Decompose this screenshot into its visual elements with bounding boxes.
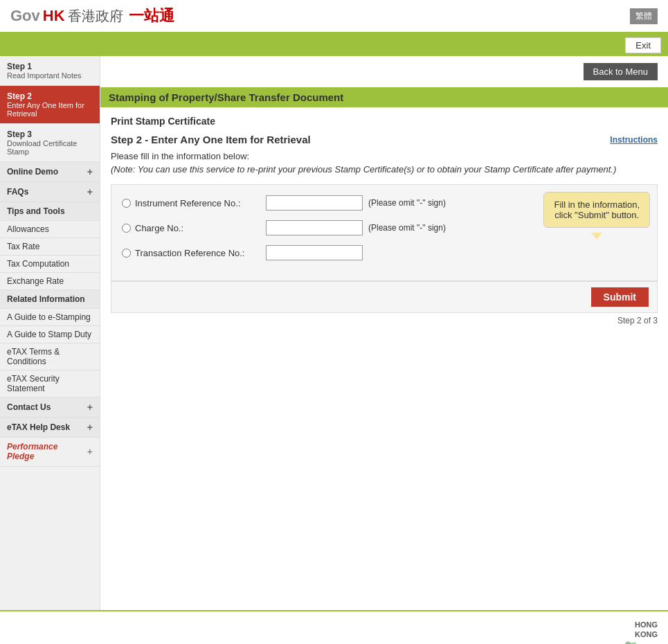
hk-text: HONG KONG [602, 620, 658, 640]
contact-us-expand-icon: + [87, 402, 93, 413]
step3-title: Step 3 [7, 129, 93, 139]
etax-help-desk-label: eTAX Help Desk [7, 422, 70, 432]
transaction-label: Transaction Reference No.: [122, 248, 260, 258]
page-title-bar: Stamping of Property/Share Transfer Docu… [100, 87, 668, 107]
sidebar-step1[interactable]: Step 1 Read Important Notes [0, 56, 100, 86]
logo-chinese: 香港政府 [68, 7, 123, 26]
content-area: Print Stamp Certificate Step 2 - Enter A… [100, 107, 668, 337]
sidebar-exchange-rate[interactable]: Exchange Rate [0, 273, 100, 290]
back-to-menu-button[interactable]: Back to Menu [584, 63, 658, 80]
traditional-chinese-button[interactable]: 繁體 [630, 8, 658, 24]
charge-hint: (Please omit "-" sign) [368, 223, 446, 233]
charge-label: Charge No.: [122, 223, 260, 233]
charge-radio[interactable] [122, 224, 131, 233]
step-counter: Step 2 of 3 [111, 313, 658, 328]
transaction-input[interactable] [266, 245, 363, 260]
print-cert-title: Print Stamp Certificate [111, 116, 658, 127]
sidebar-tax-rate[interactable]: Tax Rate [0, 238, 100, 256]
transaction-row: Transaction Reference No.: [122, 245, 647, 260]
main-header: Back to Menu [100, 56, 668, 87]
step2-title: Step 2 [7, 91, 93, 101]
step2-heading-row: Step 2 - Enter Any One Item for Retrieva… [111, 134, 658, 145]
etax-help-desk-expand-icon: + [87, 422, 93, 433]
logo-gov: Gov [10, 7, 40, 25]
step2-desc: Enter Any One Item for Retrieval [7, 101, 93, 118]
sidebar-tips-tools[interactable]: Tips and Tools [0, 202, 100, 221]
fill-info-text: Please fill in the information below: [111, 151, 658, 161]
hk-brand: HONG KONG [602, 620, 658, 644]
logo-hk: HK [43, 7, 65, 25]
sidebar-faqs[interactable]: FAQs + [0, 182, 100, 202]
step2-heading-text: Step 2 - Enter Any One Item for Retrieva… [111, 134, 311, 145]
bottom-bar: Submit [111, 281, 658, 313]
sidebar-etax-security[interactable]: eTAX Security Statement [0, 370, 100, 397]
sidebar-tax-computation[interactable]: Tax Computation [0, 256, 100, 273]
top-nav-bar: Exit [0, 34, 668, 56]
charge-input[interactable] [266, 220, 363, 235]
sidebar-online-demo[interactable]: Online Demo + [0, 162, 100, 182]
header: GovHK 香港政府 一站通 繁體 [0, 0, 668, 34]
instrument-label: Instrument Reference No.: [122, 198, 260, 208]
sidebar-allowances[interactable]: Allowances [0, 221, 100, 238]
submit-button[interactable]: Submit [591, 287, 649, 307]
sidebar-step2[interactable]: Step 2 Enter Any One Item for Retrieval [0, 86, 100, 124]
performance-pledge-text: Performance Pledge [7, 442, 57, 462]
instructions-link[interactable]: Instructions [610, 135, 658, 145]
sidebar-guide-stamp-duty[interactable]: A Guide to Stamp Duty [0, 326, 100, 343]
logo: GovHK 香港政府 一站通 [10, 6, 174, 26]
online-demo-label: Online Demo [7, 167, 58, 177]
sidebar-related-info: Related Information [0, 290, 100, 309]
contact-us-label: Contact Us [7, 402, 51, 412]
sidebar-etax-help-desk[interactable]: eTAX Help Desk + [0, 418, 100, 438]
exit-button[interactable]: Exit [625, 37, 661, 53]
form-area: Instrument Reference No.: (Please omit "… [111, 184, 658, 281]
performance-pledge-expand-icon: + [87, 446, 93, 457]
faqs-label: FAQs [7, 187, 28, 197]
main-layout: Step 1 Read Important Notes Step 2 Enter… [0, 56, 668, 610]
faqs-expand-icon: + [87, 186, 93, 197]
sidebar-etax-terms[interactable]: eTAX Terms & Conditions [0, 343, 100, 370]
sidebar-contact-us[interactable]: Contact Us + [0, 397, 100, 418]
tips-tools-label: Tips and Tools [7, 206, 65, 216]
logo-slogan: 一站通 [129, 6, 174, 26]
instrument-hint: (Please omit "-" sign) [368, 198, 446, 208]
tooltip-bubble: Fill in the information, click "Submit" … [543, 192, 650, 228]
transaction-radio[interactable] [122, 249, 131, 258]
sidebar-performance-pledge[interactable]: Performance Pledge + [0, 438, 100, 467]
main-content: Back to Menu Stamping of Property/Share … [100, 56, 668, 610]
sidebar: Step 1 Read Important Notes Step 2 Enter… [0, 56, 100, 610]
step1-title: Step 1 [7, 62, 93, 71]
hk-bauhinia-logo [602, 640, 658, 644]
instrument-input[interactable] [266, 195, 363, 211]
sidebar-guide-estamping[interactable]: A Guide to e-Stamping [0, 309, 100, 326]
step3-desc: Download Certificate Stamp [7, 139, 93, 156]
page-title: Stamping of Property/Share Transfer Docu… [109, 91, 343, 103]
step1-desc: Read Important Notes [7, 71, 93, 80]
instrument-radio[interactable] [122, 199, 131, 208]
footer: About GovHK | Copyright Notice | Privacy… [0, 610, 668, 644]
online-demo-expand-icon: + [87, 166, 93, 177]
sidebar-step3[interactable]: Step 3 Download Certificate Stamp [0, 124, 100, 162]
fill-note-text: (Note: You can use this service to re-pr… [111, 164, 658, 175]
